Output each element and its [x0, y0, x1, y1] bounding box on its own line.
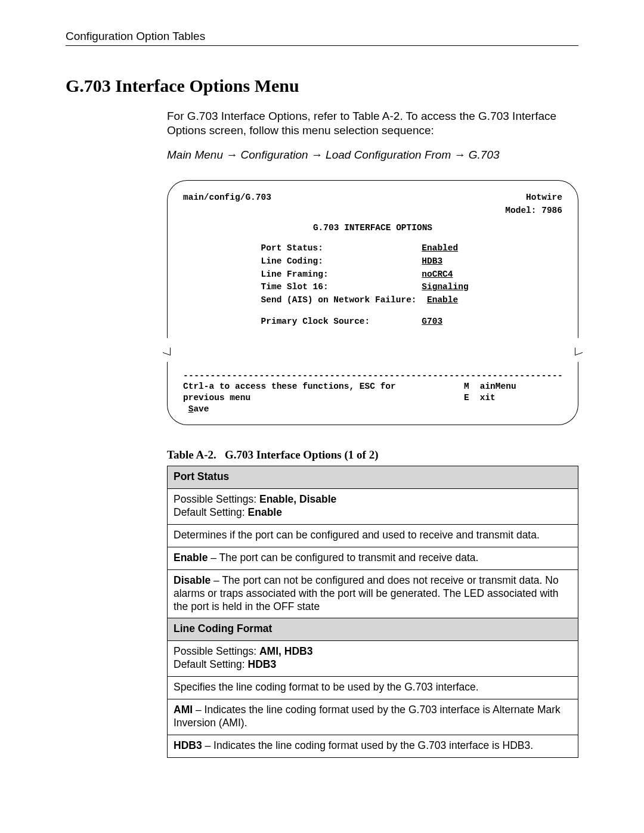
arrow-icon: →	[226, 148, 237, 161]
header-rule	[66, 45, 578, 46]
terminal-option-row: Time Slot 16: Signaling	[183, 281, 562, 294]
table-caption: Table A-2. G.703 Interface Options (1 of…	[167, 448, 578, 462]
table-row: AMI – Indicates the line coding format u…	[168, 699, 578, 735]
body-content: For G.703 Interface Options, refer to Ta…	[167, 109, 578, 758]
table-section-header: Port Status	[168, 466, 578, 489]
terminal-option-row: Port Status: Enabled	[183, 242, 562, 255]
table-row: HDB3 – Indicates the line coding format …	[168, 735, 578, 757]
table-row: Disable – The port can not be configured…	[168, 569, 578, 618]
intro-paragraph: For G.703 Interface Options, refer to Ta…	[167, 109, 578, 138]
terminal-option-row: Primary Clock Source: G703	[183, 315, 562, 329]
options-table: Port Status Possible Settings: Enable, D…	[167, 466, 578, 757]
document-page: Configuration Option Tables G.703 Interf…	[0, 0, 644, 833]
menu-step: Load Configuration From	[326, 148, 451, 161]
terminal-footer-row: Ctrl-a to access these functions, ESC fo…	[183, 381, 562, 403]
arrow-icon: →	[311, 148, 323, 161]
table-row: Specifies the line coding format to be u…	[168, 677, 578, 699]
terminal-option-row: Send (AIS) on Network Failure: Enable	[183, 294, 562, 307]
running-header: Configuration Option Tables	[66, 30, 578, 43]
terminal-divider: ----------------------------------------…	[183, 370, 562, 382]
table-row: Possible Settings: Enable, Disable Defau…	[168, 489, 578, 525]
terminal-screenshot: main/config/G.703Hotwire Model: 7986 G.7…	[167, 180, 578, 425]
page-tear-icon	[167, 350, 578, 362]
table-row: Possible Settings: AMI, HDB3 Default Set…	[168, 641, 578, 677]
table-row: Determines if the port can be configured…	[168, 525, 578, 547]
menu-selection-path: Main Menu → Configuration → Load Configu…	[167, 148, 578, 162]
menu-step: G.703	[469, 148, 500, 161]
terminal-title: G.703 INTERFACE OPTIONS	[183, 222, 562, 235]
terminal-option-row: Line Coding: HDB3	[183, 255, 562, 268]
exit-link: Exit	[453, 393, 496, 402]
save-link: Save	[183, 403, 562, 416]
terminal-model: Model: 7986	[183, 205, 562, 218]
terminal-header-row: main/config/G.703Hotwire	[183, 191, 562, 205]
menu-step: Main Menu	[167, 148, 223, 161]
terminal-help-text: Ctrl-a to access these functions, ESC fo…	[183, 381, 442, 403]
mainmenu-link: MainMenu	[453, 382, 516, 391]
section-heading: G.703 Interface Options Menu	[66, 76, 578, 96]
arrow-icon: →	[454, 148, 466, 161]
menu-step: Configuration	[241, 148, 308, 161]
table-section-header: Line Coding Format	[168, 618, 578, 641]
table-row: Enable – The port can be configured to t…	[168, 547, 578, 569]
terminal-option-row: Line Framing: noCRC4	[183, 268, 562, 281]
